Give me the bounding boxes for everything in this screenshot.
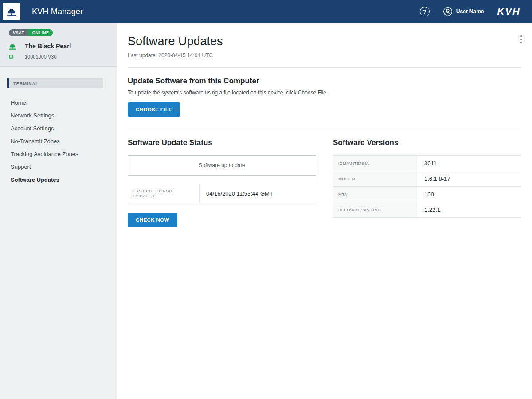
app-title: KVH Manager [32, 7, 83, 16]
sidebar-item-tracking-avoidance-zones[interactable]: Tracking Avoidance Zones [11, 148, 117, 160]
software-update-status-heading: Software Update Status [128, 138, 316, 147]
version-value: 1.6.1.8-17 [417, 171, 521, 186]
table-row: MODEM 1.6.1.8-17 [333, 171, 521, 187]
top-header: KVH Manager ? User Name KVH [0, 0, 532, 23]
sidebar-item-support[interactable]: Support [11, 160, 117, 173]
last-update-text: Last update: 2020-04-15 14:04 UTC [128, 52, 521, 59]
sidebar-item-home[interactable]: Home [11, 96, 117, 109]
software-versions-table: ICM/ANTENNA 3011 MODEM 1.6.1.8-17 MTA 10… [333, 155, 521, 218]
update-from-computer-heading: Update Software from this Computer [128, 77, 521, 86]
version-label: ICM/ANTENNA [333, 156, 417, 171]
last-check-row: LAST CHECK FOR UPDATES: 04/16/2020 11:53… [128, 184, 316, 203]
divider [128, 129, 521, 129]
version-label: MTA [333, 187, 417, 202]
version-value: 1.22.1 [417, 202, 521, 217]
online-status-badge: ONLINE [28, 29, 53, 36]
divider [128, 67, 521, 68]
software-versions-section: Software Versions ICM/ANTENNA 3011 MODEM… [333, 138, 521, 227]
vessel-info-block: VSAT ONLINE The Black Pearl [0, 23, 117, 67]
choose-file-button[interactable]: CHOOSE FILE [128, 102, 180, 117]
kvh-brand-logo: KVH [497, 6, 520, 17]
last-check-label: LAST CHECK FOR UPDATES: [128, 184, 200, 203]
kebab-menu-icon[interactable] [519, 34, 524, 45]
antenna-dome-icon [6, 6, 17, 17]
check-now-button[interactable]: CHECK NOW [128, 213, 177, 227]
table-row: MTA 100 [333, 187, 521, 202]
app-logo [3, 3, 20, 20]
version-label: BELOWDECKS UNIT [333, 202, 417, 217]
terminal-section-bar: TERMINAL [7, 78, 103, 88]
user-menu[interactable]: User Name [443, 7, 484, 16]
terminal-id: 10001000 V30 [25, 54, 57, 59]
main-content: Software Updates Last update: 2020-04-15… [117, 23, 532, 399]
table-row: BELOWDECKS UNIT 1.22.1 [333, 202, 521, 218]
software-update-status-section: Software Update Status Software up to da… [128, 138, 316, 227]
last-check-value: 04/16/2020 11:53:44 GMT [200, 184, 316, 203]
user-name-label: User Name [456, 8, 484, 15]
sidebar-item-no-transmit-zones[interactable]: No-Transmit Zones [11, 135, 117, 148]
vessel-name: The Black Pearl [25, 43, 71, 50]
user-icon [443, 7, 453, 16]
help-icon[interactable]: ? [420, 7, 430, 16]
version-label: MODEM [333, 171, 417, 186]
sidebar: VSAT ONLINE The Black Pearl [0, 23, 117, 399]
sidebar-item-software-updates[interactable]: Software Updates [11, 173, 117, 186]
status-badges: VSAT ONLINE [9, 29, 108, 36]
page-title: Software Updates [128, 35, 521, 48]
unit-chip-icon [7, 54, 25, 59]
header-actions: ? User Name KVH [420, 6, 520, 17]
sidebar-item-network-settings[interactable]: Network Settings [11, 109, 117, 122]
vessel-name-row: The Black Pearl [7, 42, 108, 51]
software-versions-heading: Software Versions [333, 138, 521, 147]
sidebar-item-account-settings[interactable]: Account Settings [11, 122, 117, 135]
terminal-id-row: 10001000 V30 [7, 54, 108, 59]
terminal-section-label: TERMINAL [13, 81, 39, 86]
vsat-badge: VSAT [9, 29, 28, 36]
version-value: 100 [417, 187, 521, 202]
table-row: ICM/ANTENNA 3011 [333, 156, 521, 171]
version-value: 3011 [417, 156, 521, 171]
antenna-icon [7, 42, 25, 51]
update-from-computer-description: To update the system's software using a … [128, 90, 521, 96]
update-status-box: Software up to date [128, 155, 316, 176]
sidebar-nav: Home Network Settings Account Settings N… [0, 94, 117, 186]
